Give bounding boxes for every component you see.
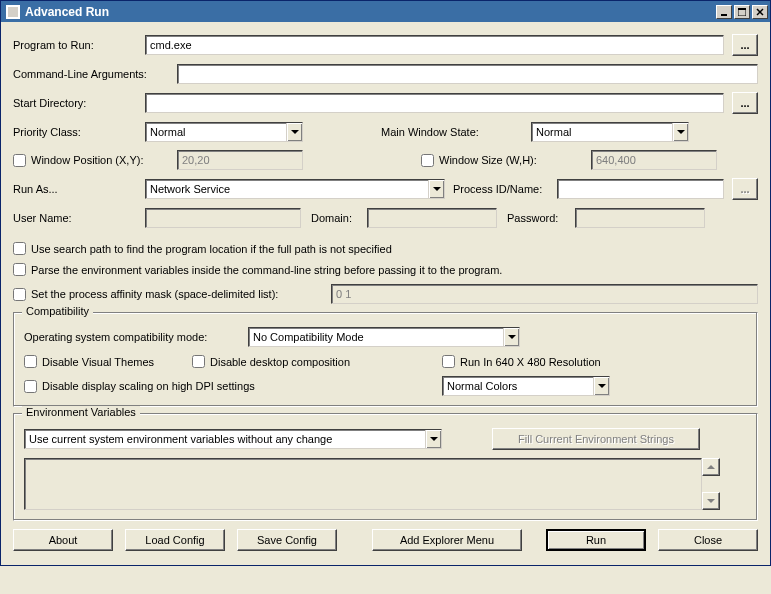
program-label: Program to Run: xyxy=(13,39,145,51)
args-input[interactable] xyxy=(177,64,758,84)
run640-checkbox[interactable] xyxy=(442,355,455,368)
window-title: Advanced Run xyxy=(25,5,716,19)
windowpos-input xyxy=(177,150,303,170)
affinity-label: Set the process affinity mask (space-del… xyxy=(31,288,278,300)
parseenv-label: Parse the environment variables inside t… xyxy=(31,264,502,276)
scroll-down-icon[interactable] xyxy=(702,492,720,510)
searchpath-checkbox[interactable] xyxy=(13,242,26,255)
parseenv-check[interactable]: Parse the environment variables inside t… xyxy=(13,263,502,276)
app-icon xyxy=(5,4,21,20)
env-textarea xyxy=(24,458,702,510)
startdir-label: Start Directory: xyxy=(13,97,145,109)
windowsize-checkbox[interactable] xyxy=(421,154,434,167)
about-button[interactable]: About xyxy=(13,529,113,551)
dpi-check[interactable]: Disable display scaling on high DPI sett… xyxy=(24,380,442,393)
searchpath-label: Use search path to find the program loca… xyxy=(31,243,392,255)
disable-themes-check[interactable]: Disable Visual Themes xyxy=(24,355,192,368)
program-input[interactable] xyxy=(145,35,724,55)
scroll-up-icon[interactable] xyxy=(702,458,720,476)
searchpath-check[interactable]: Use search path to find the program loca… xyxy=(13,242,392,255)
username-input xyxy=(145,208,301,228)
windowsize-input xyxy=(591,150,717,170)
titlebar[interactable]: Advanced Run xyxy=(1,0,770,22)
windowstate-label: Main Window State: xyxy=(381,126,531,138)
window-controls xyxy=(716,5,770,19)
args-label: Command-Line Arguments: xyxy=(13,68,177,80)
envvars-legend: Environment Variables xyxy=(22,406,140,418)
colors-value: Normal Colors xyxy=(447,380,517,392)
runas-label: Run As... xyxy=(13,183,145,195)
close-button[interactable] xyxy=(752,5,768,19)
procid-label: Process ID/Name: xyxy=(453,183,557,195)
chevron-down-icon xyxy=(672,123,688,141)
domain-input xyxy=(367,208,497,228)
runas-combo[interactable]: Network Service xyxy=(145,179,445,199)
password-input xyxy=(575,208,705,228)
windowpos-label: Window Position (X,Y): xyxy=(31,154,143,166)
chevron-down-icon xyxy=(428,180,444,198)
startdir-input[interactable] xyxy=(145,93,724,113)
compatibility-legend: Compatibility xyxy=(22,305,93,317)
disable-comp-check[interactable]: Disable desktop composition xyxy=(192,355,442,368)
procid-input[interactable] xyxy=(557,179,724,199)
procid-browse-button: ... xyxy=(732,178,758,200)
minimize-button[interactable] xyxy=(716,5,732,19)
startdir-browse-button[interactable]: ... xyxy=(732,92,758,114)
chevron-down-icon xyxy=(286,123,302,141)
priority-value: Normal xyxy=(150,126,185,138)
chevron-down-icon xyxy=(503,328,519,346)
priority-combo[interactable]: Normal xyxy=(145,122,303,142)
windowsize-label: Window Size (W,H): xyxy=(439,154,537,166)
affinity-input xyxy=(331,284,758,304)
windowstate-value: Normal xyxy=(536,126,571,138)
load-config-button[interactable]: Load Config xyxy=(125,529,225,551)
client-area: Program to Run: ... Command-Line Argumen… xyxy=(1,22,770,565)
windowsize-check[interactable]: Window Size (W,H): xyxy=(421,154,591,167)
button-bar: About Load Config Save Config Add Explor… xyxy=(13,529,758,551)
window-frame: Advanced Run Program to Run: ... Command… xyxy=(0,0,771,566)
chevron-down-icon xyxy=(425,430,441,448)
envmode-value: Use current system environment variables… xyxy=(29,433,332,445)
affinity-check[interactable]: Set the process affinity mask (space-del… xyxy=(13,288,331,301)
svg-rect-2 xyxy=(738,8,746,10)
runas-value: Network Service xyxy=(150,183,230,195)
domain-label: Domain: xyxy=(311,212,367,224)
password-label: Password: xyxy=(507,212,575,224)
save-config-button[interactable]: Save Config xyxy=(237,529,337,551)
windowpos-checkbox[interactable] xyxy=(13,154,26,167)
parseenv-checkbox[interactable] xyxy=(13,263,26,276)
colors-combo[interactable]: Normal Colors xyxy=(442,376,610,396)
dpi-checkbox[interactable] xyxy=(24,380,37,393)
envvars-group: Environment Variables Use current system… xyxy=(13,413,758,521)
priority-label: Priority Class: xyxy=(13,126,145,138)
affinity-checkbox[interactable] xyxy=(13,288,26,301)
disable-comp-checkbox[interactable] xyxy=(192,355,205,368)
envmode-combo[interactable]: Use current system environment variables… xyxy=(24,429,442,449)
compatmode-combo[interactable]: No Compatibility Mode xyxy=(248,327,520,347)
program-browse-button[interactable]: ... xyxy=(732,34,758,56)
compatibility-group: Compatibility Operating system compatibi… xyxy=(13,312,758,407)
run640-check[interactable]: Run In 640 X 480 Resolution xyxy=(442,355,601,368)
username-label: User Name: xyxy=(13,212,145,224)
chevron-down-icon xyxy=(593,377,609,395)
fill-env-button: Fill Current Environment Strings xyxy=(492,428,700,450)
add-explorer-menu-button[interactable]: Add Explorer Menu xyxy=(372,529,522,551)
windowpos-check[interactable]: Window Position (X,Y): xyxy=(13,154,177,167)
run-button[interactable]: Run xyxy=(546,529,646,551)
windowstate-combo[interactable]: Normal xyxy=(531,122,689,142)
svg-rect-0 xyxy=(721,14,727,16)
disable-themes-checkbox[interactable] xyxy=(24,355,37,368)
close-window-button[interactable]: Close xyxy=(658,529,758,551)
compatmode-label: Operating system compatibility mode: xyxy=(24,331,248,343)
maximize-button[interactable] xyxy=(734,5,750,19)
compatmode-value: No Compatibility Mode xyxy=(253,331,364,343)
